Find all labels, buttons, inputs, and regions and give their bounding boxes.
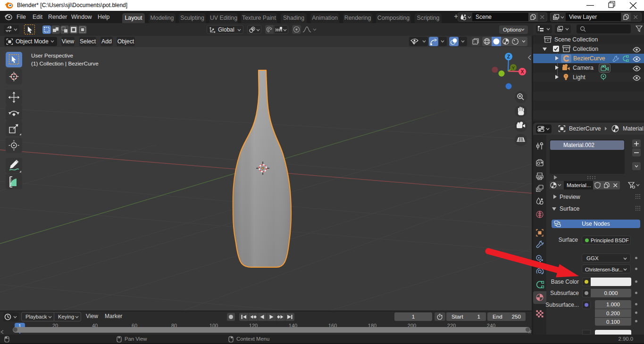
svg-text:X: X (520, 69, 524, 74)
svg-text:Z: Z (507, 54, 510, 59)
svg-text:Y: Y (512, 65, 515, 70)
